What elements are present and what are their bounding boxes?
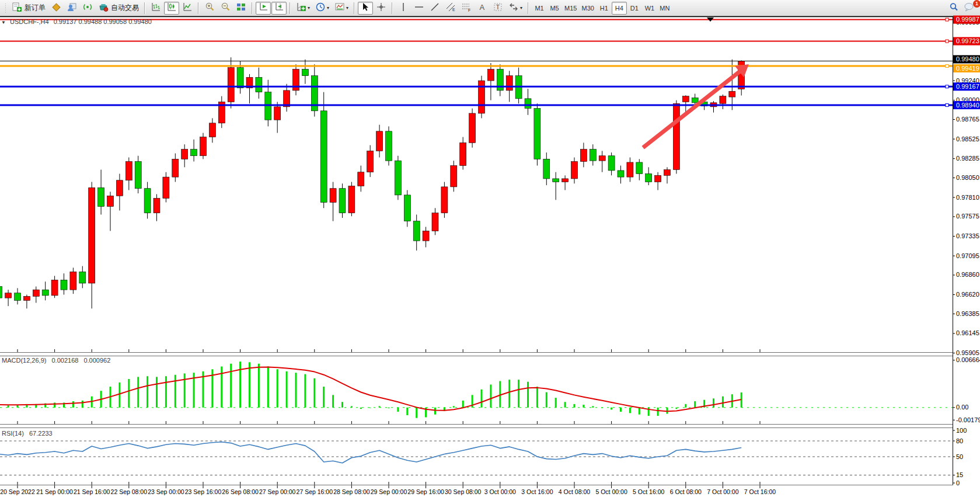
candle-up bbox=[348, 186, 355, 213]
macd-histogram-bar bbox=[137, 377, 139, 407]
axis-tick-label: 0.96385 bbox=[956, 310, 979, 317]
axis-tick-label: 80 bbox=[956, 437, 963, 444]
svg-text:0.99987: 0.99987 bbox=[956, 16, 979, 23]
candle-down bbox=[135, 162, 141, 189]
candle-up bbox=[182, 150, 188, 159]
svg-text:0.98940: 0.98940 bbox=[956, 102, 979, 109]
axis-tick-label: 0.98525 bbox=[956, 135, 979, 143]
candle-up bbox=[330, 189, 336, 203]
macd-histogram-bar bbox=[8, 405, 9, 408]
candle-up bbox=[358, 172, 364, 186]
candle-down bbox=[237, 68, 243, 88]
macd-histogram-bar bbox=[694, 401, 696, 408]
axis-tick-label: 0.98285 bbox=[956, 155, 979, 162]
rsi-label: RSI(14) bbox=[2, 430, 24, 437]
candle-up bbox=[487, 69, 494, 81]
macd-histogram-bar bbox=[416, 408, 417, 418]
candle-down bbox=[404, 195, 410, 221]
candle-up bbox=[432, 213, 438, 231]
candle-up bbox=[599, 156, 605, 161]
axis-tick-label: 100 bbox=[956, 427, 967, 434]
macd-histogram-bar bbox=[332, 395, 334, 407]
candle-up bbox=[200, 137, 207, 156]
line-anchor-handle[interactable] bbox=[946, 40, 948, 43]
macd-histogram-bar bbox=[277, 369, 278, 408]
candle-up bbox=[107, 196, 114, 206]
line-anchor-handle[interactable] bbox=[946, 65, 948, 68]
axis-tick-label: 0.95905 bbox=[956, 349, 979, 356]
macd-histogram-bar bbox=[388, 408, 390, 408]
symbol-dropdown-caret-icon[interactable]: ▼ bbox=[1, 20, 6, 25]
time-axis-label: 4 Oct 08:00 bbox=[559, 488, 590, 495]
axis-tick-label: 0.96620 bbox=[956, 291, 979, 298]
time-axis[interactable]: 20 Sep 202221 Sep 00:0021 Sep 16:0022 Se… bbox=[0, 349, 776, 495]
candle-down bbox=[692, 98, 698, 102]
time-axis-label: 23 Sep 00:00 bbox=[148, 488, 184, 495]
macd-signal-value: 0.000962 bbox=[83, 357, 110, 364]
axis-tick-label: 0.96145 bbox=[956, 329, 979, 336]
macd-histogram-bar bbox=[313, 378, 315, 408]
time-axis-label: 27 Sep 00:00 bbox=[259, 488, 296, 495]
macd-histogram-bar bbox=[722, 397, 724, 408]
macd-histogram-bar bbox=[555, 398, 557, 408]
time-axis-label: 21 Sep 00:00 bbox=[36, 488, 73, 495]
macd-histogram-bar bbox=[639, 408, 640, 415]
candle-up bbox=[673, 103, 679, 169]
macd-histogram-bar bbox=[175, 375, 176, 408]
line-anchor-handle[interactable] bbox=[946, 85, 948, 88]
candle-down bbox=[618, 171, 624, 177]
time-axis-label: 30 Sep 08:00 bbox=[445, 488, 482, 495]
axis-tick-label: 0.97575 bbox=[956, 213, 979, 220]
candle-up bbox=[469, 113, 476, 143]
candle-up bbox=[627, 162, 633, 177]
macd-histogram-bar bbox=[564, 402, 566, 408]
time-axis-label: 28 Sep 08:00 bbox=[333, 488, 370, 495]
time-axis-label: 5 Oct 00:00 bbox=[595, 488, 627, 495]
candle-down bbox=[608, 156, 615, 171]
macd-histogram-bar bbox=[583, 405, 584, 408]
macd-histogram-bar bbox=[611, 408, 612, 410]
axis-tick-label: 0.98765 bbox=[956, 116, 979, 123]
chart-header: ▼ USDCHF-,H4 0.99137 0.99488 0.99058 0.9… bbox=[1, 18, 152, 25]
time-axis-label: 7 Oct 16:00 bbox=[744, 488, 776, 495]
candle-up bbox=[209, 123, 215, 137]
candle-down bbox=[553, 179, 559, 182]
candle-down bbox=[15, 293, 21, 301]
candle-up bbox=[664, 170, 671, 176]
candle-down bbox=[256, 77, 262, 92]
macd-histogram-bar bbox=[657, 408, 659, 416]
candle-up bbox=[23, 296, 30, 300]
axis-tick-label: 50 bbox=[956, 453, 963, 460]
macd-main-value: 0.002168 bbox=[51, 357, 78, 364]
axis-tick-label: 0.006664 bbox=[956, 356, 980, 363]
macd-histogram-bar bbox=[713, 398, 714, 407]
chart-canvas[interactable]: 0.999550.992400.990000.987650.985250.982… bbox=[0, 0, 980, 497]
time-axis-label: 29 Sep 00:00 bbox=[371, 488, 407, 495]
candle-down bbox=[543, 159, 550, 179]
macd-histogram-bar bbox=[481, 390, 483, 408]
macd-histogram-bar bbox=[249, 362, 250, 407]
macd-histogram-bar bbox=[629, 408, 631, 413]
axis-tick-label: 15 bbox=[956, 471, 963, 478]
svg-text:0.99167: 0.99167 bbox=[956, 83, 979, 90]
axis-tick-label: -0.001798 bbox=[956, 416, 980, 423]
line-anchor-handle[interactable] bbox=[946, 104, 948, 107]
candle-down bbox=[413, 221, 420, 241]
candle-down bbox=[339, 189, 346, 213]
line-anchor-handle[interactable] bbox=[946, 18, 948, 21]
arrow-shaft[interactable] bbox=[643, 69, 742, 148]
macd-panel bbox=[0, 362, 953, 418]
macd-header: MACD(12,26,9) 0.002168 0.000962 bbox=[2, 357, 110, 364]
candle-up bbox=[274, 107, 281, 120]
macd-histogram-bar bbox=[508, 380, 510, 408]
macd-histogram-bar bbox=[221, 366, 222, 407]
axis-tick-label: 0.98050 bbox=[956, 174, 979, 181]
macd-histogram-bar bbox=[406, 408, 408, 415]
candles-series bbox=[0, 57, 745, 308]
macd-histogram-bar bbox=[434, 408, 436, 415]
hline-objects[interactable] bbox=[0, 18, 953, 106]
svg-text:0.99419: 0.99419 bbox=[956, 65, 979, 72]
candle-up bbox=[506, 76, 512, 91]
candle-up bbox=[460, 143, 466, 165]
macd-histogram-bar bbox=[118, 383, 120, 408]
